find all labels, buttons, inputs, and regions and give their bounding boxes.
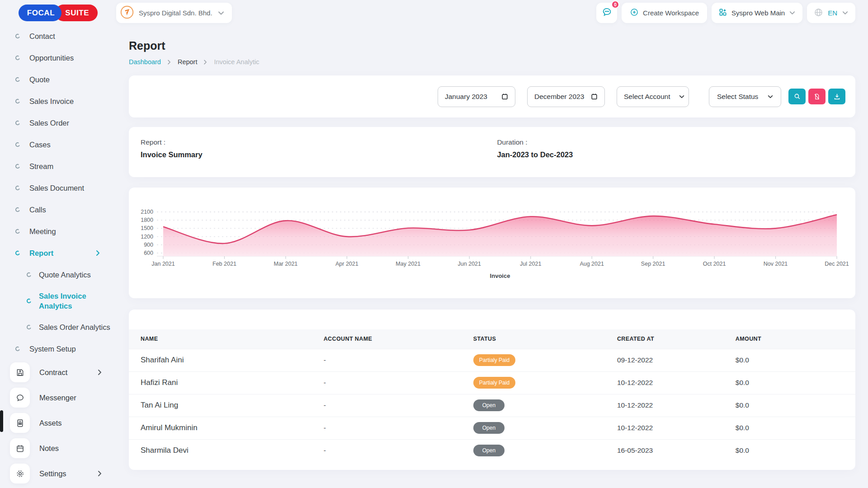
language-code: EN bbox=[828, 9, 837, 17]
ring-bullet-icon bbox=[15, 99, 20, 104]
table-row[interactable]: Sharmila Devi - Open 16-05-2023 $0.0 bbox=[129, 439, 855, 462]
messenger-icon bbox=[10, 388, 30, 408]
sidebar-item-label: Notes bbox=[39, 444, 59, 453]
clear-filter-button[interactable] bbox=[808, 89, 826, 104]
table-row[interactable]: Sharifah Aini - Partialy Paid 09-12-2022… bbox=[129, 349, 855, 371]
svg-text:Jul 2021: Jul 2021 bbox=[520, 261, 541, 267]
ring-bullet-icon bbox=[26, 272, 32, 277]
end-month-input[interactable]: December 2023 bbox=[527, 86, 605, 107]
sidebar-item-settings[interactable]: Settings bbox=[0, 461, 116, 486]
start-month-value: January 2023 bbox=[445, 93, 487, 101]
sidebar-item-label: Messenger bbox=[39, 394, 76, 402]
top-bar: FOCAL SUITE Syspro Digital Sdn. Bhd. 0 C… bbox=[0, 0, 868, 26]
sidebar-subitem-label: Sales Invoice Analytics bbox=[39, 291, 112, 311]
breadcrumb-report[interactable]: Report bbox=[178, 58, 198, 66]
app-menu-label: Syspro Web Main bbox=[731, 9, 785, 17]
cell-account: - bbox=[324, 417, 473, 439]
cell-amount: $0.0 bbox=[736, 439, 855, 462]
breadcrumb-dashboard-link[interactable]: Dashboard bbox=[129, 58, 161, 66]
sidebar-item-label: Assets bbox=[39, 419, 62, 427]
logo-focal: FOCAL bbox=[19, 5, 62, 21]
ring-bullet-icon bbox=[15, 55, 20, 61]
svg-text:Sep 2021: Sep 2021 bbox=[641, 261, 665, 267]
cell-created: 09-12-2022 bbox=[617, 349, 736, 371]
app-logo: FOCAL SUITE bbox=[0, 5, 116, 21]
sidebar-item-quote[interactable]: Quote bbox=[0, 69, 116, 90]
sidebar-item-notes[interactable]: Notes bbox=[0, 436, 116, 461]
chevron-right-icon bbox=[166, 59, 172, 65]
breadcrumb: Dashboard Report Invoice Analytic bbox=[129, 58, 855, 66]
sidebar-item-sales-document[interactable]: Sales Document bbox=[0, 177, 116, 199]
workspace-selector[interactable]: Syspro Digital Sdn. Bhd. bbox=[116, 3, 232, 23]
svg-text:Mar 2021: Mar 2021 bbox=[274, 261, 298, 267]
sidebar-item-contact[interactable]: Contact bbox=[0, 25, 116, 47]
col-created-at: CREATED AT bbox=[617, 329, 736, 349]
sidebar-item-calls[interactable]: Calls bbox=[0, 199, 116, 221]
sidebar-item-sales-invoice[interactable]: Sales Invoice bbox=[0, 90, 116, 112]
ring-bullet-icon bbox=[15, 250, 20, 256]
sidebar-item-label: Quote bbox=[29, 75, 50, 84]
search-icon bbox=[793, 93, 801, 100]
calendar-icon bbox=[501, 93, 509, 100]
sidebar-item-opportunities[interactable]: Opportunities bbox=[0, 47, 116, 69]
svg-text:May 2021: May 2021 bbox=[396, 261, 420, 267]
sidebar-item-label: Opportunities bbox=[29, 54, 74, 62]
sidebar-item-assets[interactable]: Assets bbox=[0, 410, 116, 436]
table-row[interactable]: Tan Ai Ling - Open 10-12-2022 $0.0 bbox=[129, 394, 855, 417]
sidebar-scrollbar-thumb[interactable] bbox=[0, 410, 3, 432]
cell-created: 16-05-2023 bbox=[617, 439, 736, 462]
workspace-name: Syspro Digital Sdn. Bhd. bbox=[139, 9, 212, 17]
status-badge: Partialy Paid bbox=[473, 354, 515, 366]
sidebar-item-report[interactable]: Report bbox=[0, 242, 116, 264]
cell-amount: $0.0 bbox=[736, 417, 855, 439]
account-select-value: Select Account bbox=[624, 93, 670, 101]
start-month-input[interactable]: January 2023 bbox=[438, 86, 515, 107]
table-row[interactable]: Amirul Mukminin - Open 10-12-2022 $0.0 bbox=[129, 417, 855, 439]
breadcrumb-current: Invoice Analytic bbox=[214, 58, 259, 66]
sidebar-item-label: System Setup bbox=[29, 345, 76, 353]
sidebar-item-meeting[interactable]: Meeting bbox=[0, 221, 116, 242]
app-menu-selector[interactable]: Syspro Web Main bbox=[712, 3, 802, 23]
chevron-down-icon bbox=[767, 94, 774, 100]
end-month-value: December 2023 bbox=[534, 93, 584, 101]
sidebar-subitem-sales-order-analytics[interactable]: Sales Order Analytics bbox=[0, 316, 116, 338]
chevron-down-icon bbox=[842, 9, 849, 16]
chevron-right-icon bbox=[94, 249, 102, 257]
svg-text:Nov 2021: Nov 2021 bbox=[764, 261, 788, 267]
sidebar-item-system-setup[interactable]: System Setup bbox=[0, 338, 116, 360]
sidebar-item-messenger[interactable]: Messenger bbox=[0, 385, 116, 410]
language-selector[interactable]: EN bbox=[807, 3, 855, 23]
create-workspace-button[interactable]: Create Workspace bbox=[622, 3, 707, 23]
account-select[interactable]: Select Account bbox=[617, 86, 689, 107]
sidebar-item-stream[interactable]: Stream bbox=[0, 155, 116, 177]
table-row[interactable]: Hafizi Rani - Partialy Paid 10-12-2022 $… bbox=[129, 371, 855, 394]
table-header-row: NAME ACCOUNT NAME STATUS CREATED AT AMOU… bbox=[129, 329, 855, 349]
ring-bullet-icon bbox=[15, 346, 20, 352]
calendar-icon bbox=[590, 93, 598, 100]
sidebar-item-label: Stream bbox=[29, 162, 53, 171]
status-badge: Open bbox=[473, 399, 505, 411]
invoice-table: NAME ACCOUNT NAME STATUS CREATED AT AMOU… bbox=[129, 329, 855, 462]
svg-text:1500: 1500 bbox=[141, 225, 153, 231]
sidebar-subitem-label: Sales Order Analytics bbox=[39, 322, 112, 332]
svg-text:1200: 1200 bbox=[141, 234, 153, 240]
ring-bullet-icon bbox=[15, 207, 20, 212]
sidebar-subitem-sales-invoice-analytics[interactable]: Sales Invoice Analytics bbox=[0, 286, 116, 316]
sidebar: Contact Opportunities Quote Sales Invoic… bbox=[0, 25, 116, 488]
svg-text:900: 900 bbox=[144, 242, 153, 248]
download-button[interactable] bbox=[828, 89, 845, 104]
sidebar-item-cases[interactable]: Cases bbox=[0, 134, 116, 155]
sidebar-item-contract[interactable]: Contract bbox=[0, 360, 116, 385]
chevron-down-icon bbox=[679, 94, 685, 100]
sidebar-subitem-quote-analytics[interactable]: Quote Analytics bbox=[0, 264, 116, 286]
status-badge: Partialy Paid bbox=[473, 377, 515, 389]
chat-icon bbox=[601, 6, 613, 19]
chevron-right-icon bbox=[96, 470, 104, 477]
col-amount: AMOUNT bbox=[736, 329, 855, 349]
chat-button[interactable]: 0 bbox=[596, 3, 617, 23]
search-button[interactable] bbox=[788, 89, 806, 104]
sidebar-item-sales-order[interactable]: Sales Order bbox=[0, 112, 116, 134]
sidebar-item-label: Cases bbox=[29, 141, 51, 149]
cell-name: Hafizi Rani bbox=[129, 371, 324, 394]
status-select[interactable]: Select Status bbox=[709, 86, 781, 107]
